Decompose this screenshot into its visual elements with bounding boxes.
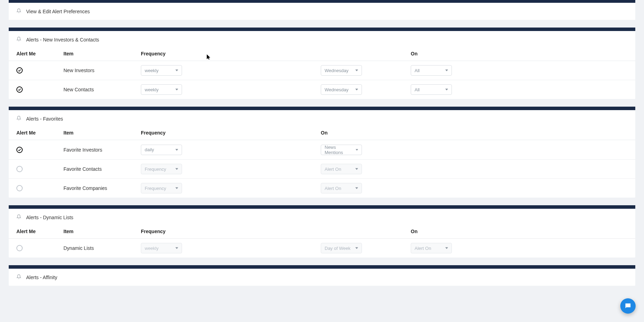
col-on-header: On <box>411 51 628 56</box>
table-header: Alert Me Item Frequency On <box>9 226 635 239</box>
s0-r1-frequency-select-label: weekly <box>145 87 159 92</box>
s0-r0-alertme-checkbox[interactable] <box>16 67 23 74</box>
s1-r0-frequency-select-label: daily <box>145 147 154 152</box>
col-frequency-header: Frequency <box>141 229 321 234</box>
s1-r2-item-label: Favorite Companies <box>63 185 141 191</box>
col-item-header: Item <box>63 229 141 234</box>
s1-r2-on-select: Alert On <box>321 183 362 193</box>
col-frequency-header: Frequency <box>141 51 321 56</box>
s0-r0-item-label: New Investors <box>63 68 141 73</box>
page-header: View & Edit Alert Preferences <box>9 3 635 20</box>
table-header: Alert Me Item Frequency On <box>9 48 635 61</box>
bell-icon <box>16 8 21 14</box>
s1-r1-frequency-select-label: Frequency <box>145 167 166 172</box>
alert-row: Favorite Companies Frequency Alert On <box>9 179 635 198</box>
bell-icon <box>16 214 21 220</box>
s0-r0-on-select[interactable]: All <box>411 65 452 76</box>
s0-r1-day-select-label: Wednesday <box>325 87 348 92</box>
panel-header: Alerts - Dynamic Lists <box>9 209 635 226</box>
s1-r1-item-label: Favorite Contacts <box>63 166 141 172</box>
s0-r1-on-select[interactable]: All <box>411 84 452 95</box>
col-on-header: On <box>321 130 628 136</box>
top-accent-bar <box>9 0 635 3</box>
panel-title: Alerts - Dynamic Lists <box>26 215 73 220</box>
alert-row: New Investors weekly Wednesday All <box>9 61 635 80</box>
alert-row: New Contacts weekly Wednesday All <box>9 80 635 99</box>
col-item-header: Item <box>63 51 141 56</box>
s1-r2-frequency-select: Frequency <box>141 183 182 193</box>
s1-r0-alertme-checkbox[interactable] <box>16 147 23 153</box>
bell-icon <box>16 37 21 43</box>
s0-r1-day-select[interactable]: Wednesday <box>321 84 362 95</box>
s2-r0-day-select: Day of Week <box>321 243 362 253</box>
s1-r0-on-select-label: News Mentions <box>325 145 352 155</box>
s2-r0-alertme-checkbox[interactable] <box>16 245 23 251</box>
s1-r2-frequency-select-label: Frequency <box>145 186 166 191</box>
s2-r0-on-select-label: Alert On <box>415 246 431 251</box>
bell-icon <box>16 116 21 122</box>
s2-r0-on-select: Alert On <box>411 243 452 253</box>
s0-r1-frequency-select[interactable]: weekly <box>141 84 182 95</box>
bell-icon <box>16 274 21 280</box>
s2-r0-frequency-select-label: weekly <box>145 246 159 251</box>
alert-row: Favorite Contacts Frequency Alert On <box>9 160 635 179</box>
s1-r2-alertme-checkbox[interactable] <box>16 185 23 191</box>
panel-title: Alerts - Affinity <box>26 275 57 280</box>
table-header: Alert Me Item Frequency On <box>9 127 635 140</box>
alert-panel: Alerts - Favorites Alert Me Item Frequen… <box>9 107 635 198</box>
s0-r0-on-select-label: All <box>415 68 419 73</box>
s1-r1-frequency-select: Frequency <box>141 164 182 174</box>
s0-r0-frequency-select-label: weekly <box>145 68 159 73</box>
alert-panel: Alerts - Affinity <box>9 265 635 286</box>
panel-accent-bar <box>9 265 635 269</box>
panel-header: Alerts - Affinity <box>9 269 635 286</box>
col-item-header: Item <box>63 130 141 136</box>
s0-r0-day-select[interactable]: Wednesday <box>321 65 362 76</box>
s1-r0-frequency-select[interactable]: daily <box>141 145 182 155</box>
page-title: View & Edit Alert Preferences <box>26 9 90 14</box>
col-frequency-header: Frequency <box>141 130 321 136</box>
s0-r1-item-label: New Contacts <box>63 87 141 92</box>
s1-r1-on-select: Alert On <box>321 164 362 174</box>
s0-r1-alertme-checkbox[interactable] <box>16 86 23 93</box>
s0-r0-frequency-select[interactable]: weekly <box>141 65 182 76</box>
s2-r0-frequency-select: weekly <box>141 243 182 253</box>
col-on-header: On <box>411 229 628 234</box>
alert-row: Favorite Investors daily News Mentions <box>9 140 635 160</box>
col-alertme-header: Alert Me <box>16 229 63 234</box>
panel-accent-bar <box>9 107 635 110</box>
s0-r1-on-select-label: All <box>415 87 419 92</box>
s1-r0-on-select[interactable]: News Mentions <box>321 145 362 155</box>
panel-header: Alerts - Favorites <box>9 110 635 127</box>
s2-r0-item-label: Dynamic Lists <box>63 245 141 251</box>
s1-r1-on-select-label: Alert On <box>325 167 341 172</box>
panel-header: Alerts - New Investors & Contacts <box>9 31 635 48</box>
s1-r2-on-select-label: Alert On <box>325 186 341 191</box>
s2-r0-day-select-label: Day of Week <box>325 246 350 251</box>
s0-r0-day-select-label: Wednesday <box>325 68 348 73</box>
alert-panel: Alerts - New Investors & Contacts Alert … <box>9 28 635 99</box>
panel-accent-bar <box>9 28 635 31</box>
s1-r0-item-label: Favorite Investors <box>63 147 141 153</box>
col-alertme-header: Alert Me <box>16 51 63 56</box>
alert-panel: Alerts - Dynamic Lists Alert Me Item Fre… <box>9 205 635 258</box>
col-alertme-header: Alert Me <box>16 130 63 136</box>
panel-title: Alerts - Favorites <box>26 116 63 122</box>
panel-title: Alerts - New Investors & Contacts <box>26 37 99 43</box>
alert-row: Dynamic Lists weekly Day of Week Alert O… <box>9 239 635 258</box>
s1-r1-alertme-checkbox[interactable] <box>16 166 23 172</box>
panel-accent-bar <box>9 205 635 209</box>
